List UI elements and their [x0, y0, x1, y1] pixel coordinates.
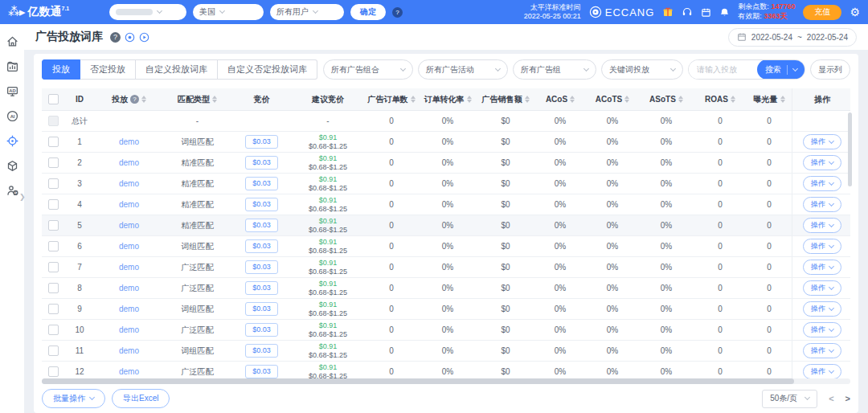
- target-link[interactable]: demo: [119, 137, 139, 147]
- sort-icon[interactable]: [780, 93, 785, 105]
- sort-icon[interactable]: [212, 93, 217, 105]
- sort-icon[interactable]: [678, 93, 683, 105]
- row-checkbox[interactable]: [48, 304, 59, 314]
- row-action-button[interactable]: 操作: [803, 260, 841, 274]
- gift-icon[interactable]: [662, 6, 674, 18]
- bell-icon[interactable]: [719, 7, 730, 18]
- store-select[interactable]: [109, 4, 186, 20]
- bid-button[interactable]: $0.03: [245, 365, 278, 378]
- tab-1[interactable]: 否定投放: [80, 59, 136, 80]
- vertical-scrollbar[interactable]: [848, 112, 852, 186]
- tab-2[interactable]: 自定义投放词库: [136, 59, 218, 80]
- row-action-button[interactable]: 操作: [803, 134, 841, 149]
- bid-button[interactable]: $0.03: [245, 260, 278, 273]
- target-link[interactable]: demo: [119, 284, 139, 293]
- row-action-button[interactable]: 操作: [803, 322, 841, 337]
- page-size-select[interactable]: 50条/页: [762, 390, 817, 408]
- row-checkbox[interactable]: [48, 325, 59, 335]
- sort-icon[interactable]: [525, 93, 530, 105]
- target-link[interactable]: demo: [119, 346, 139, 356]
- sidebar-item-ads[interactable]: AD: [3, 82, 21, 100]
- col-acos[interactable]: ACoS: [534, 88, 586, 110]
- col-ad-orders[interactable]: 广告订单数: [364, 88, 419, 110]
- target-link[interactable]: demo: [119, 200, 139, 210]
- col-target[interactable]: 投放?: [95, 88, 163, 110]
- row-checkbox[interactable]: [48, 199, 59, 210]
- bulk-actions-button[interactable]: 批量操作: [42, 389, 105, 408]
- sidebar-item-targeting[interactable]: [3, 132, 21, 149]
- sort-icon[interactable]: [624, 93, 629, 105]
- guide-icon[interactable]: [125, 32, 135, 43]
- row-checkbox[interactable]: [48, 157, 59, 168]
- target-link[interactable]: demo: [119, 305, 139, 314]
- tab-3[interactable]: 自定义否定投放词库: [218, 59, 317, 80]
- row-checkbox[interactable]: [48, 241, 59, 251]
- col-asots[interactable]: ASoTS: [639, 88, 694, 110]
- video-icon[interactable]: [139, 32, 149, 43]
- col-ad-sales[interactable]: 广告销售额: [477, 88, 534, 110]
- date-range-picker[interactable]: 2022-05-24 ~ 2022-05-24: [728, 28, 857, 47]
- search-input[interactable]: [689, 60, 758, 79]
- col-impressions[interactable]: 曝光量: [747, 88, 792, 110]
- row-action-button[interactable]: 操作: [803, 301, 841, 316]
- prev-page-button[interactable]: <: [829, 394, 833, 403]
- sidebar-item-reports[interactable]: [3, 57, 21, 75]
- row-checkbox[interactable]: [48, 137, 59, 147]
- sort-icon[interactable]: [570, 93, 575, 105]
- calendar-icon[interactable]: [701, 7, 711, 18]
- campaign-select[interactable]: 所有广告活动: [418, 59, 508, 80]
- row-action-button[interactable]: 操作: [803, 155, 841, 170]
- recharge-button[interactable]: 充值: [803, 5, 841, 20]
- sidebar-item-products[interactable]: [3, 157, 21, 174]
- target-link[interactable]: demo: [119, 263, 139, 272]
- row-checkbox[interactable]: [48, 220, 59, 231]
- row-checkbox[interactable]: [48, 346, 59, 356]
- portfolio-select[interactable]: 所有广告组合: [323, 59, 413, 80]
- targeting-type-select[interactable]: 关键词投放: [601, 59, 683, 80]
- sidebar-collapse-arrow[interactable]: ❯: [19, 193, 26, 201]
- sort-icon[interactable]: [731, 93, 735, 105]
- title-help-icon[interactable]: ?: [110, 32, 121, 43]
- row-action-button[interactable]: 操作: [803, 218, 841, 232]
- tab-0[interactable]: 投放: [42, 59, 80, 80]
- sort-icon[interactable]: [411, 93, 416, 105]
- user-select[interactable]: 所有用户: [270, 4, 344, 20]
- bid-button[interactable]: $0.03: [245, 239, 278, 252]
- sort-icon[interactable]: [141, 93, 146, 105]
- bid-button[interactable]: $0.03: [245, 219, 278, 231]
- sidebar-item-home[interactable]: [3, 32, 21, 50]
- target-link[interactable]: demo: [119, 242, 139, 251]
- sidebar-item-ai[interactable]: AI: [3, 107, 21, 125]
- row-checkbox[interactable]: [48, 366, 59, 377]
- target-link[interactable]: demo: [119, 325, 139, 335]
- row-action-button[interactable]: 操作: [803, 280, 841, 295]
- row-checkbox[interactable]: [48, 178, 59, 189]
- bid-button[interactable]: $0.03: [245, 281, 278, 294]
- search-button[interactable]: 搜索: [757, 59, 805, 80]
- bid-button[interactable]: $0.03: [245, 156, 278, 169]
- target-link[interactable]: demo: [119, 367, 139, 377]
- row-checkbox[interactable]: [48, 283, 59, 293]
- row-action-button[interactable]: 操作: [803, 197, 841, 211]
- select-all-checkbox[interactable]: [48, 94, 59, 104]
- sort-icon[interactable]: [467, 93, 472, 105]
- bid-button[interactable]: $0.03: [245, 177, 278, 190]
- col-acots[interactable]: ACoTS: [586, 88, 639, 110]
- confirm-button[interactable]: 确定: [350, 4, 386, 20]
- show-columns-button[interactable]: 显示列: [810, 59, 850, 80]
- col-order-cvr[interactable]: 订单转化率: [419, 88, 477, 110]
- bid-button[interactable]: $0.03: [245, 198, 278, 211]
- target-link[interactable]: demo: [119, 221, 139, 231]
- row-action-button[interactable]: 操作: [803, 239, 841, 253]
- adgroup-select[interactable]: 所有广告组: [513, 59, 596, 80]
- bid-button[interactable]: $0.03: [245, 135, 278, 148]
- help-badge-icon[interactable]: ?: [392, 7, 403, 18]
- export-excel-button[interactable]: 导出Excel: [112, 389, 170, 408]
- target-link[interactable]: demo: [119, 158, 139, 168]
- headset-icon[interactable]: [682, 6, 693, 18]
- row-action-button[interactable]: 操作: [803, 176, 841, 190]
- horizontal-scrollbar[interactable]: [42, 378, 794, 384]
- row-action-button[interactable]: 操作: [803, 364, 841, 378]
- row-action-button[interactable]: 操作: [803, 343, 841, 358]
- target-link[interactable]: demo: [119, 179, 139, 189]
